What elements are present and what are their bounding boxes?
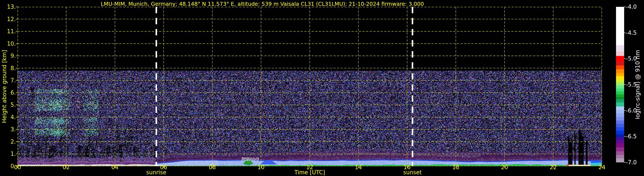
x-tick-mark bbox=[602, 166, 602, 168]
y-tick-label: 10. bbox=[0, 40, 16, 47]
y-tick-mark bbox=[16, 6, 18, 7]
sunrise-label: sunrise bbox=[146, 169, 166, 176]
y-axis-label: Height above ground [km] bbox=[1, 50, 8, 123]
y-tick-mark bbox=[16, 117, 18, 117]
y-tick-label: 9. bbox=[0, 53, 16, 59]
x-tick-mark bbox=[358, 166, 359, 168]
y-tick-mark bbox=[16, 56, 18, 56]
colorbar-tick-mark bbox=[624, 110, 626, 111]
x-tick-mark bbox=[17, 166, 18, 168]
x-tick-mark bbox=[261, 166, 261, 168]
y-tick-label: 5. bbox=[0, 102, 16, 108]
colorbar bbox=[616, 7, 624, 162]
y-tick-label: 13. bbox=[0, 4, 16, 10]
x-tick-mark bbox=[553, 166, 554, 168]
y-tick-mark bbox=[16, 31, 18, 31]
y-tick-label: 4. bbox=[0, 114, 16, 120]
x-tick-mark bbox=[504, 166, 505, 168]
colorbar-tick-mark bbox=[624, 33, 626, 33]
y-tick-mark bbox=[16, 105, 18, 105]
y-tick-mark bbox=[16, 154, 18, 154]
y-tick-mark bbox=[16, 68, 18, 68]
y-tick-label: 0. bbox=[0, 163, 16, 170]
colorbar-tick-mark bbox=[624, 162, 626, 163]
colorbar-tick-label: -4.0 bbox=[626, 4, 637, 10]
x-tick-mark bbox=[164, 166, 164, 168]
x-tick-mark bbox=[456, 166, 456, 168]
sunset-label: sunset bbox=[403, 169, 422, 176]
colorbar-label: log(rc-signal) @ 910 nm bbox=[634, 50, 641, 119]
colorbar-tick-label: -7.0 bbox=[626, 159, 637, 166]
colorbar-tick-mark bbox=[624, 58, 626, 59]
colorbar-tick-mark bbox=[624, 84, 626, 85]
y-tick-mark bbox=[16, 129, 18, 130]
y-tick-mark bbox=[16, 92, 18, 93]
y-tick-label: 1. bbox=[0, 151, 16, 157]
colorbar-tick-label: -6.5 bbox=[626, 133, 637, 140]
x-tick-mark bbox=[310, 166, 310, 168]
colorbar-tick-mark bbox=[624, 6, 626, 7]
colorbar-tick-mark bbox=[624, 136, 626, 137]
y-tick-label: 7. bbox=[0, 77, 16, 84]
y-tick-label: 12. bbox=[0, 16, 16, 22]
heatmap-canvas bbox=[18, 7, 602, 166]
plot-area bbox=[18, 7, 602, 166]
y-tick-label: 3. bbox=[0, 126, 16, 133]
y-tick-label: 11. bbox=[0, 28, 16, 34]
y-tick-mark bbox=[16, 43, 18, 44]
y-tick-mark bbox=[16, 80, 18, 81]
y-tick-label: 2. bbox=[0, 139, 16, 145]
x-tick-mark bbox=[407, 166, 407, 168]
colorbar-tick-label: -4.5 bbox=[626, 30, 637, 36]
x-tick-mark bbox=[212, 166, 212, 168]
y-tick-label: 6. bbox=[0, 89, 16, 96]
y-tick-label: 8. bbox=[0, 65, 16, 71]
y-tick-mark bbox=[16, 142, 18, 142]
x-tick-mark bbox=[115, 166, 115, 168]
y-tick-mark bbox=[16, 166, 18, 167]
ceilometer-quicklook-figure: LMU-MIM, Munich, Germany; 48.148° N 11.5… bbox=[0, 0, 644, 176]
page-title: LMU-MIM, Munich, Germany; 48.148° N 11.5… bbox=[101, 1, 424, 7]
x-tick-mark bbox=[66, 166, 66, 168]
y-tick-mark bbox=[16, 19, 18, 19]
